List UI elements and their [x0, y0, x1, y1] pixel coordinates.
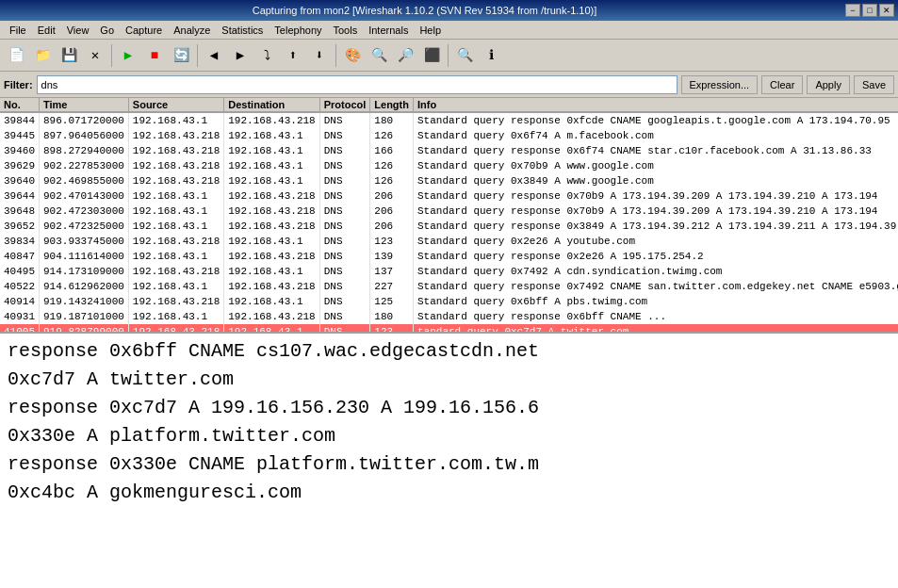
close-btn[interactable]: ✕: [879, 4, 894, 17]
toolbar-top[interactable]: ⬆: [281, 43, 305, 68]
cell-info: Standard query response 0x7492 CNAME san…: [413, 279, 898, 294]
cell-time: 919.187101000: [40, 309, 129, 324]
cell-time: 897.964056000: [40, 128, 129, 143]
cell-time: 902.470143000: [40, 188, 129, 204]
menu-item-telephony[interactable]: Telephony: [269, 23, 327, 38]
cell-no: 40495: [0, 264, 40, 279]
cell-len: 123: [370, 324, 414, 334]
window-controls: − □ ✕: [845, 4, 894, 17]
menu-item-file[interactable]: File: [4, 23, 32, 38]
menu-item-capture[interactable]: Capture: [120, 23, 168, 38]
toolbar-colorize[interactable]: 🎨: [340, 43, 365, 68]
cell-src: 192.168.43.1: [128, 204, 223, 219]
filter-label: Filter:: [4, 79, 33, 90]
toolbar-close[interactable]: ✕: [83, 43, 107, 68]
save-button[interactable]: Save: [854, 75, 894, 94]
table-row[interactable]: 39644902.470143000192.168.43.1192.168.43…: [0, 188, 898, 204]
cell-dst: 192.168.43.218: [224, 309, 319, 324]
cell-src: 192.168.43.1: [128, 309, 223, 324]
clear-button[interactable]: Clear: [761, 75, 803, 94]
cell-len: 206: [370, 204, 414, 219]
apply-button[interactable]: Apply: [807, 75, 850, 94]
menu-item-view[interactable]: View: [61, 23, 95, 38]
table-row[interactable]: 40931919.187101000192.168.43.1192.168.43…: [0, 309, 898, 324]
cell-time: 902.472325000: [40, 219, 129, 234]
menu-item-tools[interactable]: Tools: [328, 23, 364, 38]
cell-time: 914.173109000: [40, 264, 129, 279]
toolbar-stop[interactable]: ■: [142, 43, 167, 68]
cell-info: tandard query 0xc7d7 A twitter.com: [413, 324, 898, 334]
cell-info: Standard query response 0xfcde CNAME goo…: [413, 112, 898, 128]
table-row[interactable]: 41005919.828799000192.168.43.218192.168.…: [0, 324, 898, 334]
filter-input[interactable]: [37, 75, 678, 94]
table-row[interactable]: 39629902.227853000192.168.43.218192.168.…: [0, 158, 898, 173]
table-row[interactable]: 40914919.143241000192.168.43.218192.168.…: [0, 294, 898, 309]
cell-time: 898.272940000: [40, 143, 129, 158]
lower-line: response 0xc7d7 A 199.16.156.230 A 199.1…: [8, 394, 890, 422]
menu-item-edit[interactable]: Edit: [32, 23, 61, 38]
menu-item-internals[interactable]: Internals: [363, 23, 414, 38]
cell-info: Standard query response 0x70b9 A 173.194…: [413, 188, 898, 204]
cell-dst: 192.168.43.218: [224, 279, 319, 294]
cell-time: 904.111614000: [40, 249, 129, 264]
cell-src: 192.168.43.218: [128, 324, 223, 334]
table-row[interactable]: 39445897.964056000192.168.43.218192.168.…: [0, 128, 898, 143]
toolbar-zoom-fit[interactable]: ⬛: [419, 43, 444, 68]
menu-item-go[interactable]: Go: [94, 23, 120, 38]
menu-item-statistics[interactable]: Statistics: [216, 23, 269, 38]
toolbar-new[interactable]: 📄: [4, 43, 28, 68]
cell-proto: DNS: [319, 309, 370, 324]
toolbar-save[interactable]: 💾: [57, 43, 81, 68]
filterbar: Filter: Expression... Clear Apply Save: [0, 72, 898, 98]
table-row[interactable]: 39834903.933745000192.168.43.218192.168.…: [0, 234, 898, 249]
table-row[interactable]: 40847904.111614000192.168.43.1192.168.43…: [0, 249, 898, 264]
cell-info: Standard query response 0x6f74 CNAME sta…: [413, 143, 898, 158]
col-header-no: No.: [0, 98, 40, 112]
cell-no: 39445: [0, 128, 40, 143]
cell-src: 192.168.43.218: [128, 158, 223, 173]
cell-info: Standard query response 0x2e26 A 195.175…: [413, 249, 898, 264]
menu-item-analyze[interactable]: Analyze: [168, 23, 216, 38]
cell-time: 902.469855000: [40, 173, 129, 188]
packet-table: No. Time Source Destination Protocol Len…: [0, 98, 898, 334]
table-row[interactable]: 39640902.469855000192.168.43.218192.168.…: [0, 173, 898, 188]
col-header-len: Length: [370, 98, 414, 112]
cell-time: 896.071720000: [40, 112, 129, 128]
title-text: Capturing from mon2 [Wireshark 1.10.2 (S…: [4, 5, 845, 16]
toolbar-find[interactable]: 🔍: [452, 43, 477, 68]
maximize-btn[interactable]: □: [862, 4, 877, 17]
col-header-time: Time: [40, 98, 129, 112]
toolbar-start[interactable]: ▶: [116, 43, 140, 68]
minimize-btn[interactable]: −: [845, 4, 860, 17]
toolbar-zoom-out[interactable]: 🔎: [393, 43, 417, 68]
table-row[interactable]: 39648902.472303000192.168.43.1192.168.43…: [0, 204, 898, 219]
table-row[interactable]: 40495914.173109000192.168.43.218192.168.…: [0, 264, 898, 279]
cell-info: Standard query response 0x70b9 A 173.194…: [413, 204, 898, 219]
sep4: [448, 44, 449, 67]
cell-len: 227: [370, 279, 414, 294]
toolbar-info[interactable]: ℹ: [479, 43, 503, 68]
toolbar-restart[interactable]: 🔄: [169, 43, 193, 68]
cell-len: 166: [370, 143, 414, 158]
toolbar-bottom[interactable]: ⬇: [307, 43, 332, 68]
toolbar-goto[interactable]: ⤵: [254, 43, 279, 68]
expression-button[interactable]: Expression...: [681, 75, 759, 94]
table-row[interactable]: 39844896.071720000192.168.43.1192.168.43…: [0, 112, 898, 128]
table-row[interactable]: 39652902.472325000192.168.43.1192.168.43…: [0, 219, 898, 234]
toolbar-open[interactable]: 📁: [30, 43, 55, 68]
cell-info: Standard query 0x2e26 A youtube.com: [413, 234, 898, 249]
table-header: No. Time Source Destination Protocol Len…: [0, 98, 898, 112]
toolbar-back[interactable]: ◀: [202, 43, 226, 68]
cell-proto: DNS: [319, 234, 370, 249]
cell-proto: DNS: [319, 264, 370, 279]
toolbar-zoom-in[interactable]: 🔍: [367, 43, 391, 68]
cell-len: 206: [370, 219, 414, 234]
main-content: No. Time Source Destination Protocol Len…: [0, 98, 898, 588]
table-row[interactable]: 39460898.272940000192.168.43.218192.168.…: [0, 143, 898, 158]
toolbar-forward[interactable]: ▶: [228, 43, 253, 68]
lower-pane: response 0x6bff CNAME cs107.wac.edgecast…: [0, 334, 898, 588]
cell-time: 903.933745000: [40, 234, 129, 249]
table-row[interactable]: 40522914.612962000192.168.43.1192.168.43…: [0, 279, 898, 294]
menu-item-help[interactable]: Help: [414, 23, 447, 38]
lower-line: 0xc4bc A gokmenguresci.com: [8, 479, 890, 507]
